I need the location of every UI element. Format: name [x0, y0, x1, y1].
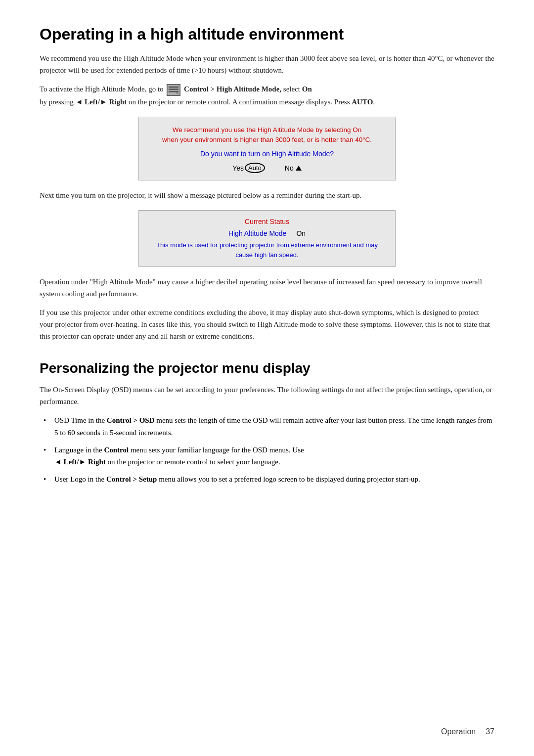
- no-button[interactable]: No: [285, 164, 302, 172]
- svg-rect-2: [169, 89, 178, 90]
- list-item: Language in the Control menu sets your f…: [49, 444, 494, 469]
- bullet2-bold: Control: [104, 446, 129, 454]
- footer-page-number: 37: [486, 727, 494, 736]
- page-title: Operating in a high altitude environment: [40, 25, 494, 44]
- section2-paragraph: The On-Screen Display (OSD) menus can be…: [40, 384, 494, 407]
- auto-badge: Auto: [245, 163, 265, 173]
- footer-bar: Operation 37: [441, 727, 494, 736]
- svg-rect-1: [169, 87, 178, 88]
- status-note: This mode is used for protecting project…: [151, 240, 383, 260]
- bullet3-before: User Logo in the: [54, 475, 106, 483]
- bullet3-middle: menu allows you to set a preferred logo …: [157, 475, 420, 483]
- svg-rect-3: [169, 91, 178, 92]
- control-menu-icon: [167, 84, 180, 96]
- dialog-buttons: YesAuto No: [151, 163, 383, 173]
- bullet2-middle: menu sets your familiar language for the…: [129, 446, 304, 454]
- intro-paragraph: We recommend you use the High Altitude M…: [40, 52, 494, 76]
- dialog-question: Do you want to turn on High Altitude Mod…: [151, 150, 383, 158]
- bullet1-before: OSD Time in the: [54, 416, 107, 424]
- noise-paragraph: Operation under "High Altitude Mode" may…: [40, 276, 494, 300]
- bullet2-end: on the projector or remote control to se…: [106, 458, 280, 466]
- activate-text-before: To activate the High Altitude Mode, go t…: [40, 85, 164, 93]
- triangle-icon: [296, 166, 302, 171]
- list-item: User Logo in the Control > Setup menu al…: [49, 473, 494, 486]
- extreme-paragraph: If you use this projector under other ex…: [40, 307, 494, 342]
- section2-title: Personalizing the projector menu display: [40, 360, 494, 377]
- bullet3-bold: Control > Setup: [106, 475, 157, 483]
- bullet-list: OSD Time in the Control > OSD menu sets …: [49, 414, 494, 486]
- status-mode-value: On: [296, 229, 306, 237]
- bullet1-bold: Control > OSD: [107, 416, 155, 424]
- svg-rect-4: [177, 92, 179, 94]
- status-row: High Altitude Mode On: [151, 229, 383, 237]
- yes-button[interactable]: YesAuto: [232, 163, 265, 173]
- status-title: Current Status: [151, 218, 383, 225]
- left-arrow-label: ◄ Left/: [76, 98, 100, 106]
- bullet2-left: ◄ Left/: [54, 458, 79, 466]
- reminder-paragraph: Next time you turn on the projector, it …: [40, 189, 494, 201]
- activate-text-menu: Control > High Altitude Mode, select On: [184, 85, 312, 93]
- list-item: OSD Time in the Control > OSD menu sets …: [49, 414, 494, 439]
- activate-text-rest: on the projector or remote control. A co…: [129, 98, 375, 106]
- confirmation-dialog: We recommend you use the High Altitude M…: [138, 117, 396, 181]
- status-mode-label: High Altitude Mode: [228, 229, 287, 237]
- bullet2-before: Language in the: [54, 446, 104, 454]
- footer-section-label: Operation: [441, 727, 476, 736]
- status-box: Current Status High Altitude Mode On Thi…: [138, 210, 396, 267]
- activate-text-by-pressing: by pressing: [40, 98, 74, 106]
- right-arrow-label: ► Right: [100, 98, 127, 106]
- bullet2-right: ► Right: [79, 458, 105, 466]
- dialog-warning: We recommend you use the High Altitude M…: [151, 125, 383, 145]
- activate-paragraph: To activate the High Altitude Mode, go t…: [40, 83, 494, 108]
